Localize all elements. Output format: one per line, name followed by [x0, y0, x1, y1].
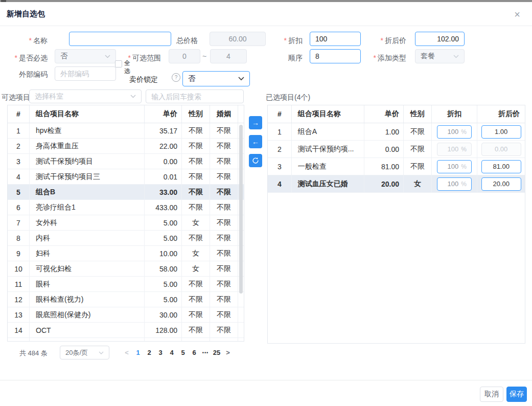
move-right-button[interactable]: → — [249, 116, 262, 129]
scrollbar-thumb[interactable] — [239, 125, 243, 294]
top-scroll-notch — [1, 0, 6, 2]
discount-input-disabled: % — [437, 143, 472, 156]
selected-items-label: 已选项目(4个) — [266, 93, 310, 102]
col-header-price: 单价 — [145, 105, 182, 123]
pagination-total: 共 484 条 — [19, 349, 48, 358]
arrow-right-icon: → — [252, 119, 259, 127]
after-price-input-disabled — [481, 143, 521, 156]
available-items-table: # 组合项目名称 单价 性别 婚姻 1hpv检查35.17不限不限 2身高体重血… — [7, 105, 244, 342]
after-price-input[interactable] — [481, 125, 521, 139]
chevron-down-icon — [453, 55, 459, 58]
col-header-sex: 性别 — [182, 105, 210, 123]
selected-items-table: # 组合项目名称 单价 性别 折扣 折后价 1 组合A 1.00 不限 % 2 … — [267, 105, 525, 344]
page-size-value: 20条/页 — [65, 348, 88, 357]
table-row[interactable]: 11眼科5.00不限不限 — [8, 277, 244, 292]
table-row[interactable]: 8内科5.00不限不限 — [8, 231, 244, 246]
table-row[interactable]: 10可视化妇检58.00女不限 — [8, 261, 244, 277]
chevron-down-icon — [238, 77, 244, 81]
table-row[interactable]: 13眼底照相(保健办)30.00不限不限 — [8, 307, 244, 323]
refresh-button[interactable] — [249, 154, 262, 167]
page-2[interactable]: 2 — [144, 349, 155, 356]
discount-input[interactable]: % — [437, 160, 472, 173]
table-header-row: # 组合项目名称 单价 性别 婚姻 — [8, 105, 244, 123]
table-row-partial[interactable]: 15彩超检查(腹部)不限不限 — [8, 338, 244, 342]
col-header-num: # — [8, 105, 30, 123]
table-row-selected[interactable]: 4 测试血压女已婚 20.00 女 % — [268, 175, 525, 193]
page-size-select[interactable]: 20条/页 — [60, 346, 109, 359]
price-lock-label: 卖价锁定 — [129, 75, 158, 84]
percent-suffix: % — [461, 163, 467, 170]
table-row[interactable]: 14OCT128.00不限不限 — [8, 323, 244, 338]
add-type-select: 套餐 — [415, 49, 465, 63]
range-max-input — [210, 49, 247, 63]
table-row[interactable]: 3 一般检查 81.00 不限 % — [268, 158, 525, 175]
add-type-value: 套餐 — [421, 52, 435, 61]
col-header-num: # — [268, 105, 292, 123]
total-price-label: 总价格 — [176, 36, 198, 46]
must-select[interactable]: 否 — [55, 49, 116, 63]
table-row[interactable]: 4测试干保预约项目三0.01不限不限 — [8, 169, 244, 185]
page-title: 新增自选包 — [7, 9, 45, 19]
table-row[interactable]: 9妇科10.00女不限 — [8, 246, 244, 261]
external-code-label: 外部编码 — [10, 70, 48, 79]
page-5[interactable]: 5 — [177, 349, 189, 356]
prev-page-button[interactable]: < — [121, 349, 132, 356]
col-header-sex: 性别 — [404, 105, 432, 123]
external-code-input[interactable] — [55, 66, 116, 81]
page-3[interactable]: 3 — [155, 349, 166, 356]
page-1[interactable]: 1 — [132, 349, 144, 356]
move-left-button[interactable]: ← — [249, 135, 262, 148]
discount-input[interactable]: % — [437, 177, 472, 191]
close-icon[interactable]: × — [511, 8, 523, 20]
col-header-marriage: 婚姻 — [210, 105, 238, 123]
table-row[interactable]: 1hpv检查35.17不限不限 — [8, 123, 244, 139]
footer-divider — [0, 380, 532, 380]
table-row[interactable]: 6亮诊疗组合1433.00不限不限 — [8, 200, 244, 215]
select-all-label: 全选 — [124, 59, 132, 75]
page-25[interactable]: 25 — [211, 349, 222, 356]
chevron-down-icon — [105, 55, 110, 58]
col-header-name: 组合项目名称 — [292, 105, 364, 123]
table-row-selected[interactable]: 5组合B33.00不限不限 — [8, 185, 244, 200]
help-icon[interactable]: ? — [172, 73, 180, 82]
page-6[interactable]: 6 — [189, 349, 200, 356]
page-4[interactable]: 4 — [166, 349, 177, 356]
table-header-row: # 组合项目名称 单价 性别 折扣 折后价 — [268, 105, 525, 123]
name-input[interactable] — [69, 32, 171, 46]
next-page-button[interactable]: > — [222, 349, 234, 356]
select-all-checkbox[interactable] — [115, 60, 122, 67]
col-header-discount: 折扣 — [432, 105, 478, 123]
table-row[interactable]: 2 测试干保预约项... 0.00 不限 % — [268, 141, 525, 158]
table-row[interactable]: 3测试干保预约项目0.00不限不限 — [8, 154, 244, 169]
name-label: *名称 — [15, 36, 48, 46]
discount-input[interactable] — [310, 32, 361, 46]
must-select-label: *是否必选 — [5, 54, 48, 63]
save-button[interactable]: 保存 — [506, 387, 527, 402]
order-input[interactable] — [310, 49, 361, 63]
discount-label: *折扣 — [271, 36, 303, 46]
refresh-icon — [252, 157, 259, 164]
department-select[interactable]: 选择科室 — [29, 89, 142, 103]
table-row[interactable]: 2身高体重血压22.00不限不限 — [8, 139, 244, 154]
arrow-left-icon: ← — [252, 138, 259, 146]
after-price-label: *折后价 — [365, 36, 406, 46]
order-label: 顺序 — [271, 54, 303, 63]
range-min-input — [169, 49, 200, 63]
table-row[interactable]: 7女外科5.00女不限 — [8, 215, 244, 231]
table-row[interactable]: 1 组合A 1.00 不限 % — [268, 123, 525, 141]
table-row[interactable]: 12眼科检查(视力)5.00不限不限 — [8, 292, 244, 307]
cancel-button[interactable]: 取消 — [480, 387, 503, 402]
more-pages-icon[interactable]: ••• — [200, 350, 211, 355]
search-input[interactable] — [146, 89, 244, 103]
after-price-input[interactable] — [481, 160, 521, 173]
discount-input[interactable]: % — [437, 125, 472, 139]
must-select-value: 否 — [60, 52, 67, 61]
after-price-input[interactable] — [415, 32, 465, 46]
percent-suffix: % — [461, 146, 467, 153]
total-price-input — [210, 32, 266, 46]
col-header-price: 单价 — [364, 105, 404, 123]
percent-suffix: % — [461, 181, 467, 188]
col-header-after-price: 折后价 — [477, 105, 525, 123]
price-lock-select[interactable]: 否 — [182, 71, 250, 86]
after-price-input[interactable] — [481, 177, 521, 191]
